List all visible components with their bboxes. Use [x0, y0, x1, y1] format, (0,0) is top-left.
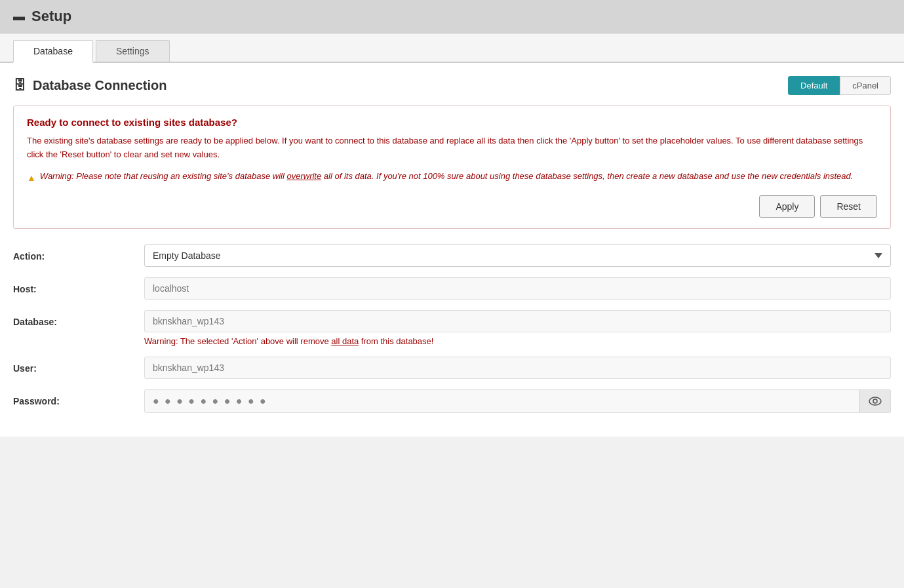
content-area: 🗄 Database Connection Default cPanel Rea… [0, 63, 904, 437]
user-input[interactable] [144, 357, 891, 379]
info-box-actions: Apply Reset [27, 195, 877, 218]
tabs-container: Database Settings [0, 33, 904, 63]
password-toggle-button[interactable] [859, 389, 891, 413]
section-title-text: Database Connection [33, 78, 167, 93]
action-label: Action: [13, 245, 144, 262]
apply-button[interactable]: Apply [759, 195, 815, 218]
password-label: Password: [13, 389, 144, 406]
host-control [144, 277, 891, 300]
user-row: User: [13, 357, 891, 379]
info-box: Ready to connect to existing sites datab… [13, 106, 891, 229]
action-select[interactable]: Empty Database Do not empty database [144, 245, 891, 267]
tab-settings[interactable]: Settings [96, 40, 170, 62]
overwrite-link: overwrite [286, 171, 321, 181]
database-input[interactable] [144, 310, 891, 332]
database-icon: 🗄 [13, 78, 26, 93]
user-label: User: [13, 357, 144, 374]
cpanel-button[interactable]: cPanel [840, 76, 891, 95]
connection-type-btngroup: Default cPanel [788, 76, 891, 95]
svg-point-0 [869, 397, 881, 405]
password-control [144, 389, 891, 413]
database-control: Warning: The selected 'Action' above wil… [144, 310, 891, 346]
host-input[interactable] [144, 277, 891, 300]
info-box-title: Ready to connect to existing sites datab… [27, 117, 877, 128]
info-box-warning-text: Warning: Please note that reusing an exi… [40, 170, 854, 184]
page-header: ▬ Setup [0, 0, 904, 33]
info-box-body: The existing site's database settings ar… [27, 134, 877, 162]
tab-database[interactable]: Database [13, 40, 93, 63]
section-title: 🗄 Database Connection [13, 78, 167, 93]
main-content: Database Settings 🗄 Database Connection … [0, 33, 904, 437]
eye-icon [869, 397, 882, 406]
host-row: Host: [13, 277, 891, 300]
section-header: 🗄 Database Connection Default cPanel [13, 76, 891, 95]
info-box-warning: ▲ Warning: Please note that reusing an e… [27, 170, 877, 185]
database-row: Database: Warning: The selected 'Action'… [13, 310, 891, 346]
action-row: Action: Empty Database Do not empty data… [13, 245, 891, 267]
database-label: Database: [13, 310, 144, 327]
action-control: Empty Database Do not empty database [144, 245, 891, 267]
host-label: Host: [13, 277, 144, 294]
page-title: Setup [31, 8, 71, 25]
warning-icon: ▲ [27, 170, 36, 185]
database-warning: Warning: The selected 'Action' above wil… [144, 336, 891, 346]
setup-icon: ▬ [13, 10, 25, 24]
all-data-link: all data [331, 336, 359, 346]
user-control [144, 357, 891, 379]
password-row: Password: [13, 389, 891, 413]
password-input[interactable] [144, 389, 891, 413]
password-wrap [144, 389, 891, 413]
svg-point-1 [873, 399, 877, 403]
default-button[interactable]: Default [788, 76, 840, 95]
reset-button[interactable]: Reset [820, 195, 877, 218]
